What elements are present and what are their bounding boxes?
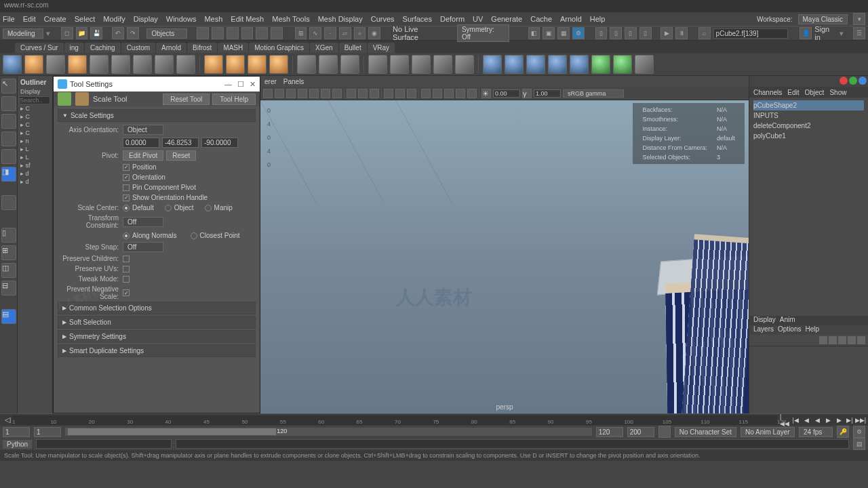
vp-exposure-field[interactable] xyxy=(493,89,520,98)
layout-four-icon[interactable]: ⊞ xyxy=(1,245,16,260)
vp-menu-0[interactable]: erer xyxy=(264,78,277,85)
axis-x-field[interactable] xyxy=(123,138,159,148)
menu-windows[interactable]: Windows xyxy=(166,15,197,23)
outliner-item-7[interactable]: ▸ sf xyxy=(19,161,51,169)
vp-shading-1[interactable] xyxy=(347,89,356,98)
outliner-item-5[interactable]: ▸ L xyxy=(19,145,51,153)
cb-tab-object[interactable]: Object xyxy=(805,89,825,96)
preserve-children-checkbox[interactable] xyxy=(123,256,130,262)
ipr-icon[interactable]: ▦ xyxy=(557,27,570,39)
vp-shading-2[interactable] xyxy=(358,89,368,98)
shelf-icon-17[interactable] xyxy=(368,55,387,74)
cb-node-1[interactable]: INPUTS xyxy=(753,110,864,121)
select-tool-icon[interactable]: ↖ xyxy=(1,79,16,94)
anim-start-field[interactable] xyxy=(3,427,30,437)
menu-mesh-display[interactable]: Mesh Display xyxy=(318,15,363,23)
account-icon[interactable]: 👤 xyxy=(800,27,812,39)
vp-gamma-icon[interactable]: γ xyxy=(522,89,532,98)
tweak-mode-checkbox[interactable] xyxy=(123,276,130,283)
axis-orientation-dropdown[interactable]: Object xyxy=(123,125,163,135)
menu-select[interactable]: Select xyxy=(75,15,96,23)
prefs-icon[interactable]: ⚙ xyxy=(853,426,865,438)
shelf-icon-23[interactable] xyxy=(505,55,524,74)
shelf-icon-12[interactable] xyxy=(248,55,267,74)
vp-exposure-icon[interactable]: ☀ xyxy=(481,89,491,98)
shelf-tab-8[interactable]: XGen xyxy=(310,43,338,53)
time-slider[interactable]: ◁ 11020304045505560657075808590951001051… xyxy=(0,413,868,426)
layer-icon-1[interactable] xyxy=(819,336,827,344)
snap-grid-icon[interactable]: ⊞ xyxy=(295,27,307,39)
vp-colorspace-dropdown[interactable]: sRGB gamma xyxy=(563,89,624,98)
shelf-tab-7[interactable]: Motion Graphics xyxy=(249,43,309,53)
render-settings-icon[interactable]: ⚙ xyxy=(572,27,585,39)
outliner-search[interactable] xyxy=(19,96,50,104)
menuset-dropdown[interactable]: Modeling xyxy=(3,28,43,39)
step-back-key-icon[interactable]: |◀ xyxy=(791,415,800,425)
open-scene-icon[interactable]: 📁 xyxy=(76,27,88,39)
layer-tab-options[interactable]: Options xyxy=(778,325,801,335)
marking-menu-icon[interactable]: ☰ xyxy=(853,27,865,39)
construction-history-icon[interactable]: ◧ xyxy=(528,27,540,39)
shelf-tab-4[interactable]: Arnold xyxy=(156,43,186,53)
menu-edit-mesh[interactable]: Edit Mesh xyxy=(231,15,264,23)
shelf-icon-20[interactable] xyxy=(433,55,452,74)
step-fwd-icon[interactable]: ▶ xyxy=(834,415,844,425)
axis-z-field[interactable] xyxy=(201,138,238,148)
cb-node-3[interactable]: polyCube1 xyxy=(753,131,864,141)
rp-dot-red[interactable] xyxy=(840,77,848,85)
tc-dropdown[interactable]: Off xyxy=(123,217,163,227)
shelf-icon-29[interactable] xyxy=(635,55,654,74)
edit-pivot-button[interactable]: Edit Pivot xyxy=(123,150,163,161)
shelf-tab-9[interactable]: Bullet xyxy=(339,43,367,53)
prevent-neg-checkbox[interactable]: ✓ xyxy=(123,289,130,296)
save-scene-icon[interactable]: 💾 xyxy=(90,27,102,39)
snap-plane-icon[interactable]: ▱ xyxy=(339,27,351,39)
shelf-icon-21[interactable] xyxy=(455,55,474,74)
vp-menu-1[interactable]: Panels xyxy=(283,78,304,85)
script-lang-dropdown[interactable]: Python xyxy=(3,440,32,449)
vp-light-2[interactable] xyxy=(395,89,405,98)
redo-icon[interactable]: ↷ xyxy=(127,27,139,39)
shelf-icon-19[interactable] xyxy=(412,55,431,74)
menu-curves[interactable]: Curves xyxy=(371,15,395,23)
layer-icon-4[interactable] xyxy=(848,336,856,344)
snap-point-icon[interactable]: · xyxy=(324,27,336,39)
layout-custom2-icon[interactable]: ⊟ xyxy=(1,281,16,296)
vp-grid-icon[interactable] xyxy=(309,89,319,98)
tool-help-button[interactable]: Tool Help xyxy=(212,94,256,105)
menu-generate[interactable]: Generate xyxy=(491,15,522,23)
outliner-item-2[interactable]: ▸ C xyxy=(19,121,51,129)
selmask-6[interactable] xyxy=(271,27,283,39)
workspace-dropdown[interactable]: Maya Classic xyxy=(798,14,848,24)
selmask-3[interactable] xyxy=(226,27,239,39)
range-end-field[interactable] xyxy=(596,427,623,437)
maximize-icon[interactable]: ☐ xyxy=(237,80,244,89)
axis-y-field[interactable] xyxy=(162,138,199,148)
closest-point-radio[interactable] xyxy=(191,232,197,239)
vp-shading-3[interactable] xyxy=(370,89,379,98)
shelf-tab-6[interactable]: MASH xyxy=(218,43,248,53)
sc-manip-radio[interactable] xyxy=(205,205,212,211)
outliner-item-0[interactable]: ▸ C xyxy=(19,104,51,113)
vp-light-3[interactable] xyxy=(407,89,416,98)
shelf-icon-9[interactable] xyxy=(176,55,195,74)
tool-settings-titlebar[interactable]: Tool Settings —☐✕ xyxy=(54,77,260,92)
rotate-tool-icon[interactable] xyxy=(1,149,16,164)
selmask-2[interactable] xyxy=(212,27,224,39)
selection-field[interactable] xyxy=(713,28,788,39)
command-input[interactable] xyxy=(36,439,172,449)
vp-gate-icon[interactable] xyxy=(332,89,342,98)
pause-icon[interactable]: ⏸ xyxy=(675,27,688,39)
along-normals-radio[interactable] xyxy=(123,232,130,239)
shelf-icon-11[interactable] xyxy=(226,55,245,74)
shelf-icon-5[interactable] xyxy=(90,55,108,74)
shelf-icon-1[interactable] xyxy=(3,55,22,74)
signin-button[interactable]: Sign in xyxy=(814,25,837,41)
shelf-icon-22[interactable] xyxy=(483,55,502,74)
disp-tab-display[interactable]: Display xyxy=(753,316,776,325)
animlayer-dropdown[interactable]: No Anim Layer xyxy=(741,427,795,437)
orientation-checkbox[interactable]: ✓ xyxy=(123,174,130,181)
shelf-icon-8[interactable] xyxy=(155,55,174,74)
shelf-icon-3[interactable] xyxy=(46,55,65,74)
menu-modify[interactable]: Modify xyxy=(103,15,125,23)
